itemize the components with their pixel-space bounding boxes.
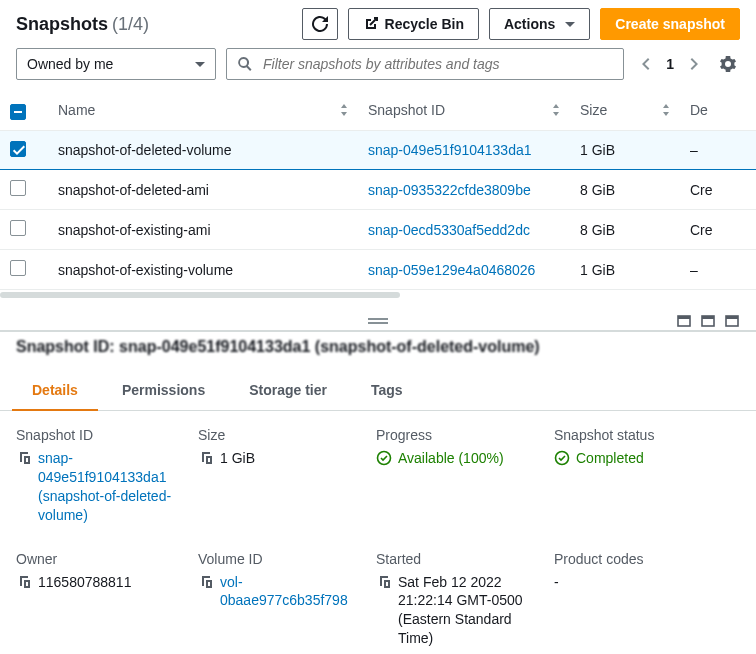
actions-button[interactable]: Actions (489, 8, 590, 40)
filter-search-input[interactable] (261, 55, 613, 73)
volume-id-link[interactable]: vol-0baae977c6b35f798 (220, 573, 368, 611)
owner-filter-value: Owned by me (27, 56, 113, 72)
copy-icon[interactable] (198, 450, 214, 471)
row-name: snapshot-of-existing-ami (58, 222, 211, 238)
tab-storage-tier[interactable]: Storage tier (229, 370, 347, 410)
page-number: 1 (666, 56, 674, 72)
row-checkbox[interactable] (10, 260, 26, 276)
row-checkbox[interactable] (10, 180, 26, 196)
external-link-icon (363, 16, 379, 32)
product-codes-value: - (554, 573, 559, 592)
col-name[interactable]: Name (58, 102, 95, 118)
create-snapshot-label: Create snapshot (615, 16, 725, 32)
page-title: Snapshots (16, 14, 108, 35)
row-description: Cre (690, 222, 713, 238)
progress-value: Available (100%) (376, 449, 504, 468)
copy-icon[interactable] (376, 574, 392, 595)
row-description: – (690, 142, 698, 158)
table-settings-button[interactable] (716, 52, 740, 76)
row-size: 8 GiB (580, 182, 615, 198)
row-size: 1 GiB (580, 142, 615, 158)
progress-key: Progress (376, 427, 546, 443)
product-codes-key: Product codes (554, 551, 724, 567)
row-checkbox[interactable] (10, 141, 26, 157)
volume-id-key: Volume ID (198, 551, 368, 567)
col-snapshot-id[interactable]: Snapshot ID (368, 102, 445, 118)
row-description: – (690, 262, 698, 278)
search-icon (237, 56, 253, 72)
owner-key: Owner (16, 551, 190, 567)
table-row[interactable]: snapshot-of-existing-volumesnap-059e129e… (0, 250, 756, 290)
detail-grid: Snapshot ID snap-049e51f9104133da1 (snap… (0, 411, 756, 654)
selection-count: (1/4) (112, 14, 149, 35)
table-row[interactable]: snapshot-of-deleted-amisnap-0935322cfde3… (0, 170, 756, 210)
detail-title: Snapshot ID: snap-049e51f9104133da1 (sna… (0, 332, 756, 362)
row-name: snapshot-of-deleted-volume (58, 142, 232, 158)
caret-down-icon (195, 62, 205, 67)
row-snapshot-id-link[interactable]: snap-059e129e4a0468026 (368, 262, 535, 278)
started-value: Sat Feb 12 2022 21:22:14 GMT-0500 (Easte… (398, 573, 546, 649)
refresh-icon (312, 16, 328, 32)
row-snapshot-id-link[interactable]: snap-0935322cfde3809be (368, 182, 531, 198)
copy-icon[interactable] (16, 574, 32, 595)
tab-tags[interactable]: Tags (351, 370, 423, 410)
pane-layout-button[interactable] (676, 313, 692, 332)
col-size[interactable]: Size (580, 102, 607, 118)
row-description: Cre (690, 182, 713, 198)
row-size: 1 GiB (580, 262, 615, 278)
snapshot-id-key: Snapshot ID (16, 427, 190, 443)
refresh-button[interactable] (302, 8, 338, 40)
split-pane-handle[interactable] (0, 314, 756, 332)
owner-filter-select[interactable]: Owned by me (16, 48, 216, 80)
pane-layout-button[interactable] (700, 313, 716, 332)
col-description[interactable]: De (690, 102, 708, 118)
detail-tabs: Details Permissions Storage tier Tags (0, 370, 756, 411)
sort-icon[interactable] (548, 102, 560, 118)
size-value: 1 GiB (220, 449, 255, 468)
pane-layout-button[interactable] (724, 313, 740, 332)
table-row[interactable]: snapshot-of-deleted-volumesnap-049e51f91… (0, 131, 756, 170)
actions-label: Actions (504, 16, 555, 32)
started-key: Started (376, 551, 546, 567)
drag-handle-icon (368, 318, 388, 320)
prev-page-button[interactable] (634, 52, 658, 76)
owner-value: 116580788811 (38, 573, 131, 592)
status-value: Completed (554, 449, 644, 468)
row-checkbox[interactable] (10, 220, 26, 236)
recycle-bin-button[interactable]: Recycle Bin (348, 8, 479, 40)
table-row[interactable]: snapshot-of-existing-amisnap-0ecd5330af5… (0, 210, 756, 250)
snapshot-id-link[interactable]: snap-049e51f9104133da1 (snapshot-of-dele… (38, 449, 190, 525)
tab-permissions[interactable]: Permissions (102, 370, 225, 410)
size-key: Size (198, 427, 368, 443)
filter-search[interactable] (226, 48, 624, 80)
copy-icon[interactable] (198, 574, 214, 595)
row-snapshot-id-link[interactable]: snap-049e51f9104133da1 (368, 142, 532, 158)
sort-icon[interactable] (658, 102, 670, 118)
row-snapshot-id-link[interactable]: snap-0ecd5330af5edd2dc (368, 222, 530, 238)
next-page-button[interactable] (682, 52, 706, 76)
row-size: 8 GiB (580, 222, 615, 238)
horizontal-scrollbar[interactable] (0, 292, 400, 298)
caret-down-icon (565, 22, 575, 27)
select-all-checkbox[interactable] (10, 104, 26, 120)
row-name: snapshot-of-existing-volume (58, 262, 233, 278)
sort-icon[interactable] (336, 102, 348, 118)
snapshots-table: Name Snapshot ID Size De snapshot-of-del… (0, 90, 756, 290)
tab-details[interactable]: Details (12, 370, 98, 410)
status-key: Snapshot status (554, 427, 724, 443)
row-name: snapshot-of-deleted-ami (58, 182, 209, 198)
copy-icon[interactable] (16, 450, 32, 471)
create-snapshot-button[interactable]: Create snapshot (600, 8, 740, 40)
recycle-bin-label: Recycle Bin (385, 16, 464, 32)
